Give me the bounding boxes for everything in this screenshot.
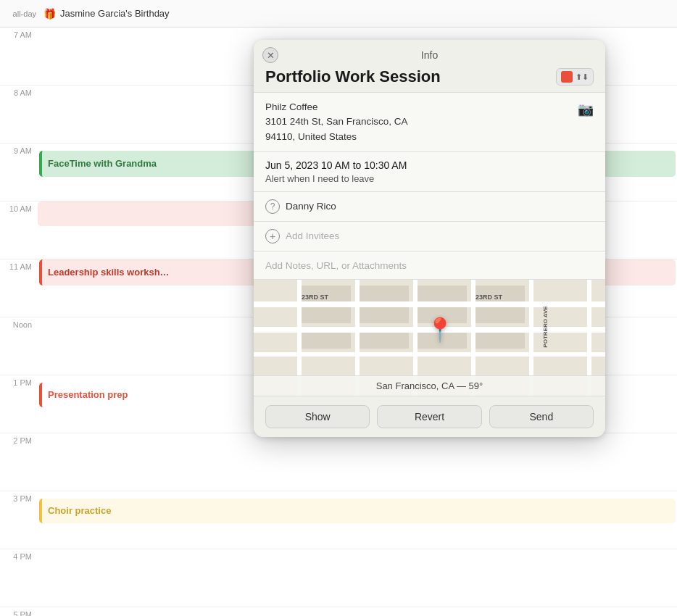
time-label-2pm: 2 PM [0,433,38,491]
location-details: Philz Coffee 3101 24th St, San Francisco… [265,100,408,144]
choir-event-label: Choir practice [48,505,111,516]
info-popup: ✕ Info Portfolio Work Session ⬆⬇ Philz C… [254,40,605,437]
chevron-updown-icon: ⬆⬇ [576,72,589,82]
location-address: 3101 24th St, San Francisco, CA94110, Un… [265,115,408,144]
facetime-event-label: FaceTime with Grandma [48,158,157,169]
svg-rect-1 [254,301,605,307]
alert-text: Alert when I need to leave [265,173,594,184]
svg-rect-11 [360,286,409,301]
time-row-3pm: 3 PM Choir practice [0,491,677,549]
popup-footer: Show Revert Send [254,396,605,437]
location-name: Philz Coffee [265,100,408,115]
time-content-2pm [38,433,677,491]
time-label-9am: 9 AM [0,143,38,201]
popup-location: Philz Coffee 3101 24th St, San Francisco… [254,93,605,152]
time-label-5pm: 5 PM [0,607,38,616]
send-button[interactable]: Send [489,405,594,428]
allday-row: all-day 🎁 Jasmine Garcia's Birthday [0,0,677,28]
svg-rect-21 [475,333,525,349]
choir-event[interactable]: Choir practice [39,499,676,523]
time-content-4pm [38,549,677,607]
time-label-4pm: 4 PM [0,549,38,607]
time-label-8am: 8 AM [0,86,38,143]
svg-rect-18 [302,333,351,349]
notes-placeholder: Add Notes, URL, or Attachments [265,260,407,271]
leadership-event-label: Leadership skills worksh… [48,267,170,278]
popup-organizer: ? Danny Rico [254,192,605,222]
presentation-event-label: Presentation prep [48,389,128,400]
time-label-10am: 10 AM [0,201,38,259]
popup-header-label: Info [421,49,438,61]
svg-rect-14 [302,307,351,323]
time-label-11am: 11 AM [0,259,38,317]
time-label-1pm: 1 PM [0,375,38,433]
show-button[interactable]: Show [265,405,370,428]
svg-rect-12 [418,286,467,301]
datetime-text: Jun 5, 2023 10 AM to 10:30 AM [265,159,594,171]
map-location-label: San Francisco, CA — 59° [376,380,483,391]
time-label-noon: Noon [0,317,38,375]
popup-datetime: Jun 5, 2023 10 AM to 10:30 AM Alert when… [254,152,605,192]
svg-text:23RD ST: 23RD ST [475,294,503,301]
video-camera-icon[interactable]: 📷 [578,101,594,117]
popup-header: ✕ Info Portfolio Work Session ⬆⬇ [254,40,605,93]
popup-invitees[interactable]: + Add Invitees [254,222,605,251]
svg-rect-19 [360,333,409,349]
popup-title: Portfolio Work Session [265,67,441,86]
allday-event[interactable]: 🎁 Jasmine Garcia's Birthday [43,8,170,20]
time-row-5pm: 5 PM [0,607,677,616]
color-swatch-red [561,71,573,83]
allday-label: all-day [6,9,43,18]
organizer-name: Danny Rico [286,201,336,212]
color-picker[interactable]: ⬆⬇ [556,68,594,86]
svg-rect-3 [254,352,605,357]
popup-title-row: Portfolio Work Session ⬆⬇ [265,67,594,86]
allday-event-title: Jasmine Garcia's Birthday [60,8,170,19]
time-label-7am: 7 AM [0,28,38,85]
svg-text:POTRERO AVE: POTRERO AVE [542,305,549,347]
svg-text:23RD ST: 23RD ST [302,294,329,301]
time-label-3pm: 3 PM [0,491,38,549]
time-content-5pm [38,607,677,616]
revert-button[interactable]: Revert [377,405,481,428]
gift-icon: 🎁 [43,8,56,20]
map-footer: San Francisco, CA — 59° [254,375,605,396]
popup-map[interactable]: 23RD ST 23RD ST ALABAMA S... POTRERO AVE… [254,280,605,396]
popup-notes[interactable]: Add Notes, URL, or Attachments [254,251,605,280]
close-button[interactable]: ✕ [262,47,278,63]
time-row-2pm: 2 PM [0,433,677,491]
question-icon: ? [265,199,280,214]
time-row-4pm: 4 PM [0,549,677,607]
map-canvas: 23RD ST 23RD ST ALABAMA S... POTRERO AVE… [254,280,605,396]
svg-rect-15 [360,307,409,323]
plus-icon: + [265,229,280,244]
invitees-label: Add Invitees [286,230,339,241]
map-location-pin: 📍 [425,316,454,344]
svg-rect-17 [475,307,525,323]
time-content-3pm: Choir practice [38,491,677,549]
